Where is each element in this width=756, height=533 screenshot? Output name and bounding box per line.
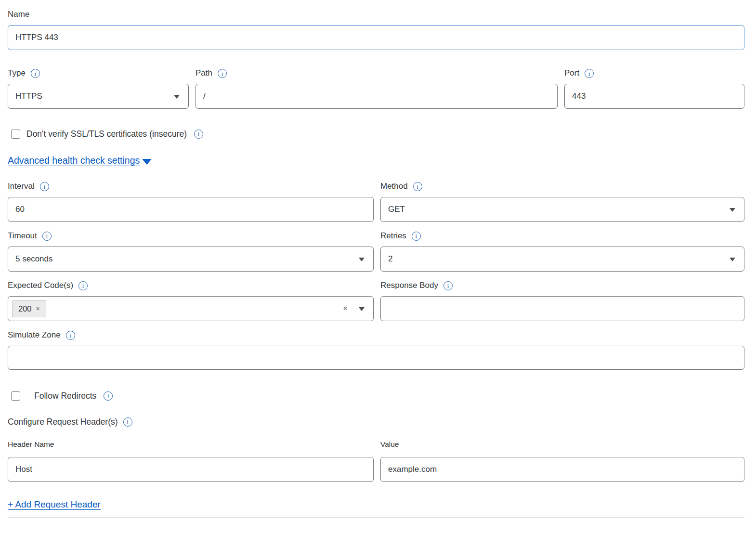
header-name-input[interactable] [8,457,374,482]
response-body-label: Response Body i [380,280,744,291]
type-label: Type i [8,67,189,79]
header-value-label: Value [380,440,744,449]
retries-label-text: Retries [380,231,406,241]
simulate-zone-info-icon[interactable]: i [66,331,75,340]
codes-body-labels: Expected Code(s) i Response Body i [8,280,744,296]
follow-redirects-checkbox[interactable] [11,391,20,401]
port-info-icon[interactable]: i [585,69,594,78]
selected-code-tag-text: 200 [18,304,32,313]
request-headers-info-icon[interactable]: i [123,417,132,427]
header-value-label-text: Value [380,440,399,449]
retries-info-icon[interactable]: i [412,232,421,241]
expected-codes-info-icon[interactable]: i [78,281,88,290]
chevron-down-icon [174,95,180,99]
header-name-label: Header Name [8,440,374,449]
simulate-zone-label: Simulate Zone i [8,329,744,341]
ssl-verify-label: Don't verify SSL/TLS certificates (insec… [26,129,187,139]
request-headers-label-text: Configure Request Header(s) [8,417,118,427]
simulate-zone-label-text: Simulate Zone [8,330,61,340]
retries-select-value: 2 [388,254,392,264]
interval-method-inputs: GET [8,197,744,222]
path-input[interactable] [196,84,558,109]
method-label: Method i [380,181,744,192]
header-name-label-text: Header Name [8,440,54,449]
ssl-verify-row: Don't verify SSL/TLS certificates (insec… [8,129,744,139]
type-label-text: Type [8,68,26,78]
name-label-text: Name [8,10,29,19]
caret-down-icon [142,159,152,165]
response-body-label-text: Response Body [380,281,438,290]
follow-redirects-row: Follow Redirects i [8,391,744,401]
codes-body-inputs: 200 × × [8,296,744,321]
response-body-info-icon[interactable]: i [443,281,453,290]
follow-redirects-info-icon[interactable]: i [104,391,113,401]
expected-codes-label-text: Expected Code(s) [8,281,73,290]
path-info-icon[interactable]: i [218,69,227,78]
retries-select[interactable]: 2 [380,247,744,272]
chevron-down-icon [730,208,735,212]
type-info-icon[interactable]: i [31,69,40,78]
path-label: Path i [196,67,558,79]
advanced-settings-link[interactable]: Advanced health check settings [8,155,152,166]
section-divider [8,517,744,518]
timeout-label: Timeout i [8,230,374,242]
type-path-port-labels: Type i Path i Port i [8,67,744,84]
port-label: Port i [564,67,744,79]
path-label-text: Path [196,68,212,78]
method-select-value: GET [388,205,405,214]
timeout-retries-inputs: 5 seconds 2 [8,247,744,272]
advanced-settings-link-text: Advanced health check settings [8,155,140,166]
expected-codes-label: Expected Code(s) i [8,280,374,291]
add-request-header-link[interactable]: + Add Request Header [8,499,101,510]
response-body-input[interactable] [380,296,744,321]
timeout-select-value: 5 seconds [15,254,53,264]
retries-label: Retries i [380,230,744,242]
type-select[interactable]: HTTPS [8,84,189,109]
header-value-input[interactable] [380,457,744,482]
follow-redirects-label: Follow Redirects [34,391,96,401]
port-label-text: Port [564,68,579,78]
name-input[interactable] [8,25,744,50]
chevron-down-icon [359,307,365,311]
simulate-zone-input[interactable] [8,346,744,370]
ssl-verify-checkbox[interactable] [11,130,20,139]
type-select-value: HTTPS [15,91,42,101]
health-check-form: Name Type i Path i Port i HTTPS Don't ve… [0,0,756,518]
interval-input[interactable] [8,197,374,222]
interval-label: Interval i [8,181,374,192]
method-info-icon[interactable]: i [413,182,422,191]
interval-info-icon[interactable]: i [40,182,49,191]
method-select[interactable]: GET [380,197,744,222]
expected-codes-multiselect[interactable]: 200 × × [8,296,374,321]
request-headers-section-label: Configure Request Header(s) i [8,416,744,428]
port-input[interactable] [564,84,744,109]
timeout-retries-labels: Timeout i Retries i [8,230,744,247]
timeout-label-text: Timeout [8,231,37,241]
name-label: Name [8,9,744,20]
selected-code-tag: 200 × [12,300,46,317]
chevron-down-icon [730,258,735,261]
timeout-select[interactable]: 5 seconds [8,247,374,272]
header-row-labels: Header Name Value [8,440,744,457]
interval-label-text: Interval [8,182,35,191]
clear-selection-icon[interactable]: × [343,304,348,312]
ssl-verify-info-icon[interactable]: i [194,130,203,139]
timeout-info-icon[interactable]: i [42,232,52,241]
chevron-down-icon [359,258,365,261]
header-row-inputs [8,457,744,482]
interval-method-labels: Interval i Method i [8,181,744,197]
type-path-port-inputs: HTTPS [8,84,744,109]
method-label-text: Method [380,182,408,191]
remove-tag-icon[interactable]: × [36,305,40,312]
